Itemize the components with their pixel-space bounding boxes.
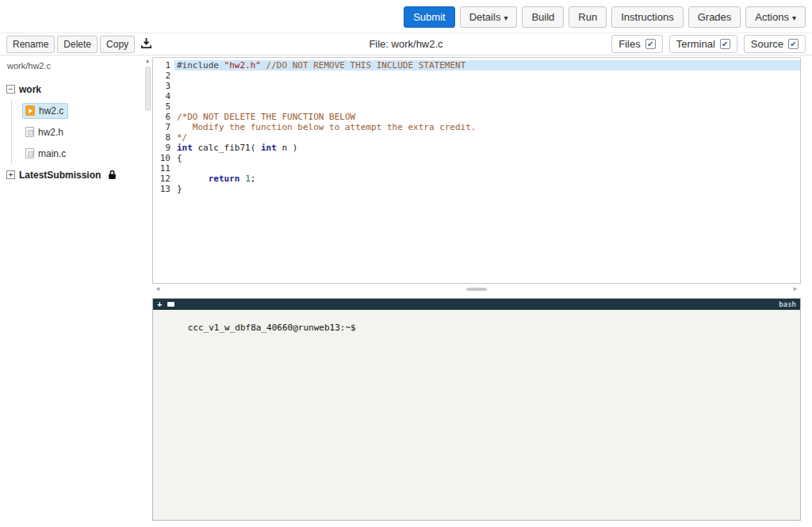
code-token-plain: n ) [277,143,298,153]
source-toggle-label: Source [751,38,783,50]
line-number: 1 [153,60,174,71]
terminal-output[interactable]: ccc_v1_w_dbf8a_40660@runweb13:~$ [153,310,800,520]
tree-node-latest-submission[interactable]: + LatestSubmission [6,164,143,185]
work-folder-children: hw2.c hw2.h main.c [11,100,143,164]
terminal-panel-toggle[interactable]: Terminal ✔ [669,35,737,53]
grades-button[interactable]: Grades [688,6,741,28]
code-token-comment: Modify the function below to attempt the… [177,122,477,132]
code-token-comment: //DO NOT REMOVE THIS INCLUDE STATEMENT [266,60,466,71]
terminal-prompt: ccc_v1_w_dbf8a_40660@runweb13:~$ [188,323,356,333]
details-dropdown-button[interactable]: Details▾ [460,6,518,28]
tree-node-work[interactable]: − work [6,78,143,100]
delete-button[interactable]: Delete [57,36,98,53]
folder-label-work[interactable]: work [19,84,41,95]
file-node-mainc[interactable]: main.c [22,146,71,162]
chevron-down-icon: ▾ [504,13,508,22]
tree-node-hw2h[interactable]: hw2.h [22,121,143,143]
file-label-hw2h: hw2.h [38,127,63,138]
line-number: 11 [153,163,174,174]
scroll-left-arrow-icon[interactable]: ◄ [155,285,161,293]
code-token-plain [261,60,266,71]
terminal-header: + bash [153,299,800,310]
terminal-panel: + bash ccc_v1_w_dbf8a_40660@runweb13:~$ [152,298,801,521]
run-button[interactable]: Run [569,6,607,28]
current-file-title: File: work/hw2.c [369,38,442,50]
tree-node-mainc[interactable]: main.c [22,143,143,164]
vocareum-lab-window: Submit Details▾ Build Run Instructions G… [0,0,812,527]
code-token-plain: calc_fib71( [193,143,261,153]
tree-scrollbar[interactable]: ▲ [144,57,151,521]
download-button[interactable] [137,36,155,52]
instructions-button[interactable]: Instructions [611,6,683,28]
line-number: 4 [153,91,174,101]
chevron-down-icon: ▾ [792,13,796,22]
scroll-right-arrow-icon[interactable]: ► [792,285,799,293]
current-file-icon [25,105,35,116]
copy-button[interactable]: Copy [100,36,135,53]
checkbox-checked-icon[interactable]: ✔ [720,39,730,49]
code-line[interactable] [174,101,800,112]
files-panel-toggle[interactable]: Files ✔ [611,35,662,53]
submit-button[interactable]: Submit [404,6,454,28]
selected-file-path: work/hw2.c [6,57,143,78]
file-tree-panel: work/hw2.c − work hw2.c hw2.h [6,57,143,521]
line-number: 9 [153,143,174,153]
code-line[interactable]: Modify the function below to attempt the… [174,122,800,132]
tree-node-hw2c[interactable]: hw2.c [22,100,143,121]
code-token-plain: } [177,184,182,194]
code-line[interactable] [174,71,800,81]
code-line[interactable]: int calc_fib71( int n ) [174,143,800,153]
file-icon [25,127,34,137]
code-line[interactable]: /*DO NOT DELETE THE FUNCTION BELOW [174,112,800,122]
code-line[interactable]: #include "hw2.h" //DO NOT REMOVE THIS IN… [174,60,800,71]
terminal-toggle-label: Terminal [676,38,715,50]
code-token-keyword: int [261,143,277,153]
lock-icon [108,170,117,180]
file-label-hw2c: hw2.c [39,105,63,116]
code-line[interactable]: } [174,184,800,194]
new-terminal-tab-icon[interactable]: + [157,300,162,309]
editor-code[interactable]: #include "hw2.h" //DO NOT REMOVE THIS IN… [174,58,800,283]
editor-gutter: 12345678910111213 [153,58,174,283]
code-line[interactable]: return 1; [174,174,800,184]
code-token-comment: */ [177,132,187,143]
line-number: 3 [153,81,174,91]
code-line[interactable] [174,81,800,91]
actions-label: Actions [755,11,789,23]
collapse-expander-icon[interactable]: − [6,85,15,94]
line-number: 6 [153,112,174,122]
code-token-plain: { [177,153,182,163]
code-token-plain: ; [251,174,256,184]
code-line[interactable]: { [174,153,800,163]
file-node-hw2h[interactable]: hw2.h [22,124,68,140]
code-line[interactable]: */ [174,132,800,143]
actions-dropdown-button[interactable]: Actions▾ [745,6,806,28]
code-token-keyword: int [177,143,193,153]
panel-toggles: Files ✔ Terminal ✔ Source ✔ [611,35,806,53]
rename-button[interactable]: Rename [6,36,55,53]
code-token-meta: #include [177,60,224,71]
build-button[interactable]: Build [522,6,564,28]
scroll-up-arrow-icon[interactable]: ▲ [144,57,151,64]
line-number: 8 [153,132,174,143]
checkbox-checked-icon[interactable]: ✔ [788,39,799,49]
code-line[interactable] [174,163,800,174]
expand-expander-icon[interactable]: + [6,170,15,179]
line-number: 2 [153,71,174,81]
folder-label-latest-submission[interactable]: LatestSubmission [19,170,101,181]
file-node-hw2c[interactable]: hw2.c [22,103,68,119]
top-toolbar-buttons: Submit Details▾ Build Run Instructions G… [404,6,806,28]
code-token-comment: /*DO NOT DELETE THE FUNCTION BELOW [177,112,355,122]
checkbox-checked-icon[interactable]: ✔ [645,39,656,49]
code-token-number: 1 [245,174,251,184]
details-label: Details [469,11,501,23]
code-editor[interactable]: 12345678910111213 #include "hw2.h" //DO … [152,57,801,284]
scrollbar-thumb[interactable] [145,67,151,111]
source-panel-toggle[interactable]: Source ✔ [744,35,806,53]
keyboard-icon[interactable] [167,302,174,307]
line-number: 5 [153,101,174,112]
code-token-plain [177,174,209,184]
panel-resize-handle[interactable] [466,288,487,291]
code-line[interactable] [174,91,800,101]
line-number: 10 [153,153,174,163]
